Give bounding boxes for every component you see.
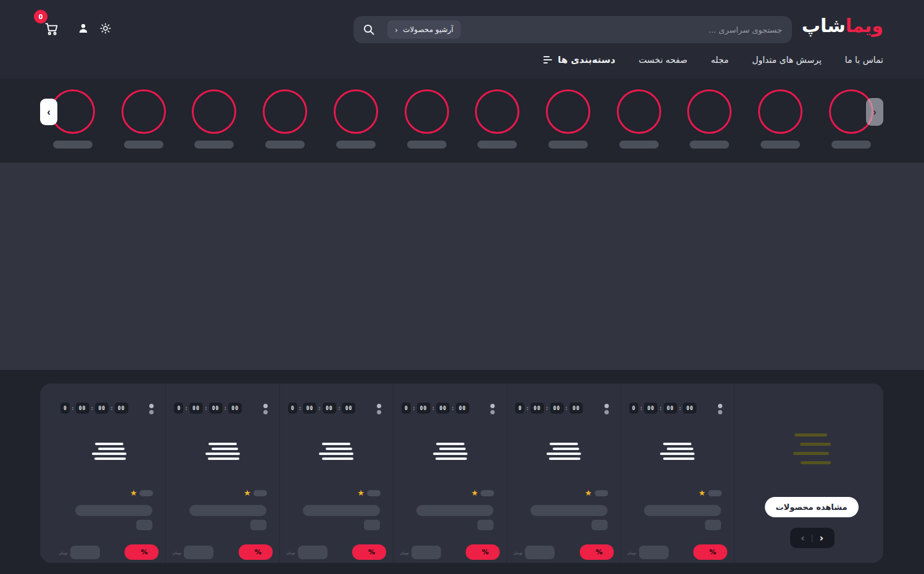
price-skeleton: [298, 546, 328, 559]
title-skeleton: [644, 505, 721, 516]
price-row: تومان: [400, 546, 441, 559]
rating-skeleton: [367, 490, 381, 496]
timer-hours: 00: [644, 403, 658, 414]
view-products-button[interactable]: مشاهده محصولات: [764, 497, 858, 517]
product-card-skeleton: 0 : 00 : 00 : 00 ★: [506, 383, 620, 563]
category-skeleton-item: [758, 89, 802, 149]
timer-minutes: 00: [323, 403, 336, 414]
price-skeleton: [70, 546, 100, 559]
carousel-prev-button[interactable]: ‹: [40, 99, 57, 125]
site-logo[interactable]: ویماشاپ: [802, 15, 883, 36]
timer-days: 0: [629, 403, 638, 414]
category-label-skeleton: [194, 141, 234, 149]
nav-item-home[interactable]: صفحه نخست: [638, 55, 687, 65]
header-action-icons: 0: [34, 9, 120, 46]
category-label-skeleton: [53, 141, 93, 149]
timer-seconds: 00: [683, 403, 696, 414]
category-skeleton-item: [475, 89, 519, 149]
promo-panel: مشاهده محصولات ‹ | ›: [734, 383, 883, 563]
countdown-timer: 0 : 00 : 00 : 00: [288, 403, 356, 414]
price-row: تومان: [172, 546, 213, 559]
timer-seconds: 00: [569, 403, 583, 414]
rating-skeleton: [708, 490, 722, 496]
product-card-skeleton: 0 : 00 : 00 : 00 ★: [52, 383, 165, 563]
categories-label: دسته‌بندی ها: [558, 54, 615, 65]
search-icon: [361, 22, 376, 37]
carousel-next-button[interactable]: ›: [866, 98, 883, 126]
price-row: تومان: [513, 546, 555, 559]
star-icon: ★: [130, 489, 138, 497]
category-skeleton-item: [687, 89, 732, 149]
cart-button[interactable]: [44, 21, 60, 37]
rating-skeleton: [254, 490, 267, 496]
timer-minutes: 00: [95, 403, 109, 414]
percent-icon: %: [596, 548, 603, 556]
product-card-skeleton: 0 : 00 : 00 : 00 ★: [393, 383, 506, 563]
category-label-skeleton: [619, 141, 659, 149]
image-skeleton-lines: [394, 443, 506, 460]
products-panel: 0 : 00 : 00 : 00 ★: [40, 383, 883, 563]
categories-menu-button[interactable]: دسته‌بندی ها: [543, 54, 615, 65]
category-label-skeleton: [265, 141, 305, 149]
countdown-timer: 0 : 00 : 00 : 00: [174, 403, 242, 414]
nav-item-contact[interactable]: تماس با ما: [845, 55, 883, 65]
image-skeleton-lines: [621, 443, 734, 460]
categories-icon: [543, 56, 552, 64]
timer-minutes: 00: [209, 403, 223, 414]
title-skeleton: [416, 505, 493, 516]
rating-row: ★: [357, 489, 381, 497]
discount-badge: %: [466, 544, 500, 560]
nav-item-magazine[interactable]: مجله: [711, 55, 729, 65]
timer-days: 0: [60, 403, 70, 414]
category-skeleton-item: [405, 89, 449, 149]
price-skeleton: [411, 546, 441, 559]
logo-part-red: ویما: [846, 15, 883, 36]
subtitle-skeleton: [136, 520, 152, 530]
header: 0 آرشیو محصو: [0, 0, 924, 79]
star-icon: ★: [698, 489, 706, 497]
timer-seconds: 00: [342, 403, 355, 414]
price-skeleton: [525, 546, 555, 559]
card-pagination-dots: [490, 404, 495, 414]
category-image-ring: [617, 89, 661, 134]
timer-hours: 00: [189, 403, 203, 414]
card-pagination-dots: [718, 404, 722, 414]
category-skeleton-item: [192, 89, 236, 149]
pager-prev-icon[interactable]: ‹: [801, 532, 805, 544]
card-pagination-dots: [377, 404, 381, 414]
sun-icon: [99, 22, 112, 35]
title-skeleton: [75, 505, 152, 516]
currency-label: تومان: [286, 551, 295, 555]
subtitle-skeleton: [250, 520, 266, 530]
countdown-timer: 0 : 00 : 00 : 00: [60, 403, 128, 414]
nav-item-faq[interactable]: پرسش های متداول: [752, 55, 822, 65]
category-image-ring: [475, 89, 519, 134]
main-navigation: دسته‌بندی ها صفحه نخست مجله پرسش های متد…: [530, 54, 883, 65]
timer-hours: 00: [303, 403, 316, 414]
timer-minutes: 00: [664, 403, 677, 414]
content-placeholder-area: [0, 163, 924, 370]
category-skeleton-item: [122, 89, 166, 149]
timer-minutes: 00: [550, 403, 564, 414]
discount-badge: %: [352, 544, 386, 560]
category-skeleton-item: [334, 89, 378, 149]
search-input[interactable]: [468, 16, 792, 43]
account-button[interactable]: [77, 22, 89, 35]
currency-label: تومان: [400, 551, 409, 555]
subtitle-skeleton: [592, 520, 608, 530]
product-archive-button[interactable]: آرشیو محصولات ‹: [387, 20, 461, 39]
timer-seconds: 00: [456, 403, 469, 414]
star-icon: ★: [357, 489, 365, 497]
rating-row: ★: [471, 489, 495, 497]
rating-row: ★: [244, 489, 267, 497]
currency-label: تومان: [172, 551, 181, 555]
pager-next-icon[interactable]: ›: [820, 532, 824, 544]
rating-row: ★: [585, 489, 608, 497]
category-skeleton-item: [546, 89, 590, 149]
percent-icon: %: [141, 548, 147, 556]
rating-row: ★: [698, 489, 722, 497]
price-row: تومان: [286, 546, 328, 559]
category-image-ring: [405, 89, 449, 134]
product-card-skeleton: 0 : 00 : 00 : 00 ★: [621, 383, 734, 563]
theme-toggle-button[interactable]: [99, 22, 112, 35]
